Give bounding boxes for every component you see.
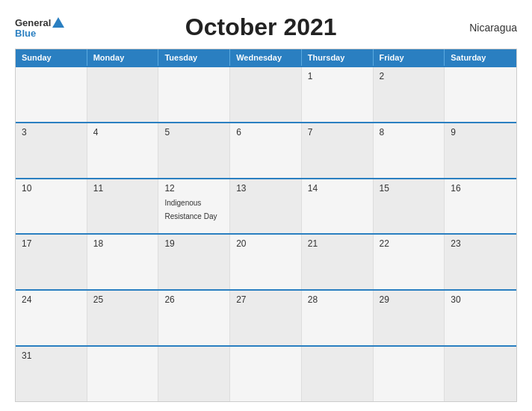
day-number-29: 29 [380, 294, 439, 305]
cal-cell-w0-d1 [87, 67, 159, 122]
cal-cell-w3-d1: 18 [87, 235, 159, 289]
col-friday: Friday [374, 49, 445, 66]
cal-cell-w3-d5: 22 [374, 235, 445, 289]
day-number-21: 21 [308, 238, 367, 249]
cal-cell-w2-d1: 11 [87, 179, 159, 234]
day-number-1: 1 [308, 71, 367, 81]
cal-cell-w0-d6 [445, 67, 516, 122]
cal-cell-w4-d3: 27 [230, 291, 302, 345]
cal-cell-w0-d3 [230, 67, 302, 122]
day-number-7: 7 [308, 127, 367, 137]
cal-cell-w1-d0: 3 [16, 123, 87, 178]
day-number-13: 13 [236, 183, 295, 194]
calendar-week-6: 31 [16, 345, 516, 401]
cal-cell-w1-d4: 7 [302, 123, 374, 178]
calendar-week-5: 24252627282930 [16, 289, 516, 345]
day-number-20: 20 [236, 238, 295, 249]
calendar-body: 123456789101112Indigenous Resistance Day… [16, 66, 516, 401]
day-number-31: 31 [22, 350, 81, 361]
logo-blue-text: Blue [15, 28, 36, 38]
calendar: Sunday Monday Tuesday Wednesday Thursday… [15, 49, 517, 402]
cal-cell-w5-d3 [230, 347, 302, 401]
day-number-15: 15 [380, 183, 439, 194]
day-number-10: 10 [22, 183, 81, 194]
day-number-14: 14 [308, 183, 367, 194]
col-thursday: Thursday [302, 49, 374, 66]
cal-cell-w2-d0: 10 [16, 179, 87, 234]
day-number-11: 11 [93, 183, 152, 194]
cal-cell-w5-d4 [302, 347, 374, 401]
calendar-week-3: 101112Indigenous Resistance Day13141516 [16, 178, 516, 234]
day-number-6: 6 [236, 127, 295, 137]
day-number-22: 22 [380, 238, 439, 249]
cal-cell-w5-d5 [374, 347, 445, 401]
logo: General Blue [15, 17, 64, 38]
cal-cell-w2-d3: 13 [230, 179, 302, 234]
cal-cell-w4-d1: 25 [87, 291, 159, 345]
day-number-2: 2 [380, 71, 439, 81]
day-number-24: 24 [22, 294, 81, 305]
day-number-12: 12 [164, 183, 223, 194]
cal-cell-w5-d0: 31 [16, 347, 87, 401]
cal-cell-w4-d6: 30 [445, 291, 516, 345]
day-number-25: 25 [93, 294, 152, 305]
calendar-week-4: 17181920212223 [16, 233, 516, 289]
day-number-30: 30 [451, 294, 510, 305]
col-monday: Monday [87, 49, 159, 66]
day-number-18: 18 [93, 238, 152, 249]
cal-cell-w4-d0: 24 [16, 291, 87, 345]
cal-cell-w0-d5: 2 [374, 67, 445, 122]
day-number-9: 9 [451, 127, 510, 137]
cal-cell-w5-d6 [445, 347, 516, 401]
cal-cell-w3-d2: 19 [158, 235, 230, 289]
day-number-26: 26 [164, 294, 223, 305]
cal-cell-w0-d4: 1 [302, 67, 374, 122]
logo-triangle-icon [52, 17, 64, 28]
day-number-4: 4 [93, 127, 152, 137]
cal-cell-w1-d1: 4 [87, 123, 159, 178]
cal-cell-w1-d2: 5 [158, 123, 230, 178]
cal-cell-w2-d5: 15 [374, 179, 445, 234]
header: General Blue October 2021 Nicaragua [15, 13, 517, 41]
day-number-28: 28 [308, 294, 367, 305]
calendar-week-2: 3456789 [16, 122, 516, 178]
cal-cell-w3-d4: 21 [302, 235, 374, 289]
page: General Blue October 2021 Nicaragua Sund… [0, 0, 532, 411]
cal-cell-w5-d1 [87, 347, 159, 401]
cal-cell-w2-d2: 12Indigenous Resistance Day [158, 179, 230, 234]
col-wednesday: Wednesday [230, 49, 302, 66]
calendar-week-1: 12 [16, 66, 516, 122]
col-saturday: Saturday [445, 49, 516, 66]
day-number-19: 19 [164, 238, 223, 249]
day-event-12: Indigenous Resistance Day [164, 199, 217, 220]
cal-cell-w1-d6: 9 [445, 123, 516, 178]
cal-cell-w3-d3: 20 [230, 235, 302, 289]
cal-cell-w4-d5: 29 [374, 291, 445, 345]
cal-cell-w3-d6: 23 [445, 235, 516, 289]
cal-cell-w1-d5: 8 [374, 123, 445, 178]
cal-cell-w0-d0 [16, 67, 87, 122]
col-tuesday: Tuesday [158, 49, 230, 66]
col-sunday: Sunday [16, 49, 87, 66]
day-number-23: 23 [451, 238, 510, 249]
cal-cell-w4-d4: 28 [302, 291, 374, 345]
logo-general-text: General [15, 18, 51, 28]
day-number-27: 27 [236, 294, 295, 305]
day-number-8: 8 [380, 127, 439, 137]
day-number-16: 16 [451, 183, 510, 194]
calendar-header-row: Sunday Monday Tuesday Wednesday Thursday… [16, 49, 516, 66]
calendar-title: October 2021 [64, 13, 457, 41]
country-label: Nicaragua [457, 22, 517, 34]
cal-cell-w5-d2 [158, 347, 230, 401]
cal-cell-w3-d0: 17 [16, 235, 87, 289]
cal-cell-w2-d4: 14 [302, 179, 374, 234]
day-number-5: 5 [164, 127, 223, 137]
cal-cell-w0-d2 [158, 67, 230, 122]
day-number-3: 3 [22, 127, 81, 137]
cal-cell-w4-d2: 26 [158, 291, 230, 345]
cal-cell-w1-d3: 6 [230, 123, 302, 178]
cal-cell-w2-d6: 16 [445, 179, 516, 234]
day-number-17: 17 [22, 238, 81, 249]
